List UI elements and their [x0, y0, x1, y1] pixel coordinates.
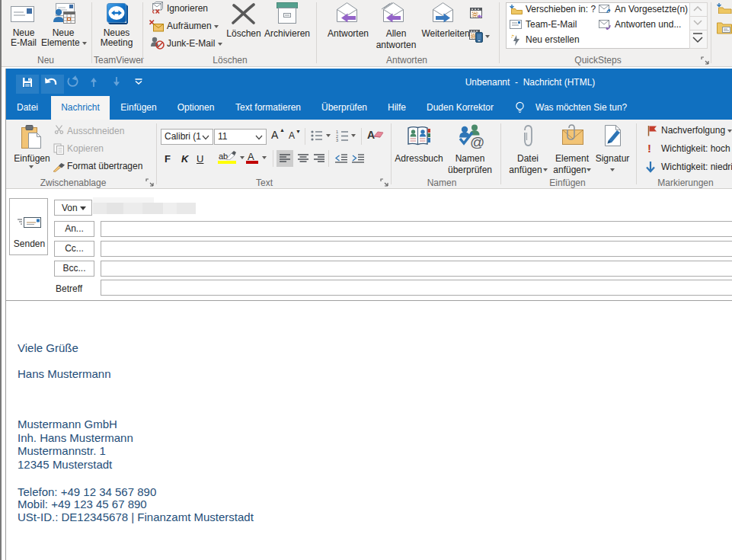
- svg-text:3: 3: [336, 138, 338, 142]
- svg-text:@: @: [470, 134, 484, 149]
